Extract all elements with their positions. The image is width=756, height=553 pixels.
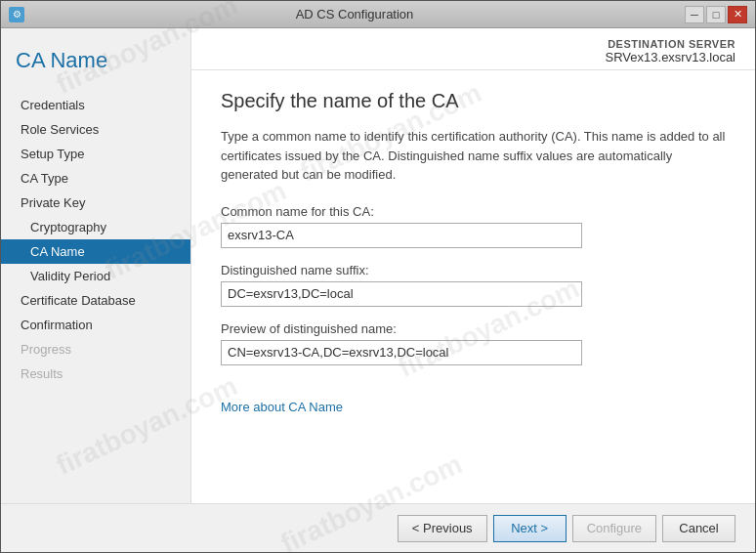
description-text: Type a common name to identify this cert… [221,127,726,185]
sidebar-item-credentials[interactable]: Credentials [1,93,190,117]
sidebar-item-private-key[interactable]: Private Key [1,191,190,215]
sidebar-item-confirmation[interactable]: Confirmation [1,313,190,337]
sidebar-item-validity-period[interactable]: Validity Period [1,264,190,288]
sidebar-item-progress: Progress [1,337,190,362]
sidebar-heading: CA Name [1,28,190,88]
window-title: AD CS Configuration [24,7,685,21]
common-name-group: Common name for this CA: [221,204,726,248]
preview-label: Preview of distinguished name: [221,321,726,336]
common-name-label: Common name for this CA: [221,204,726,219]
page-title: Specify the name of the CA [221,90,726,112]
close-button[interactable]: ✕ [728,6,747,23]
cancel-button[interactable]: Cancel [662,515,735,542]
main-header: DESTINATION SERVER SRVex13.exsrv13.local [191,28,755,70]
sidebar-item-cryptography[interactable]: Cryptography [1,215,190,239]
destination-label: DESTINATION SERVER [606,38,735,50]
window-icon: ⚙ [9,7,24,22]
main-panel: DESTINATION SERVER SRVex13.exsrv13.local… [191,28,755,503]
next-button[interactable]: Next > [493,515,567,542]
common-name-input[interactable] [221,223,582,248]
sidebar-nav: Credentials Role Services Setup Type CA … [1,88,190,503]
distinguished-suffix-group: Distinguished name suffix: [221,263,726,307]
window-controls: ─ □ ✕ [685,6,747,23]
sidebar-item-ca-type[interactable]: CA Type [1,166,190,191]
icon-symbol: ⚙ [13,9,21,20]
main-body: Specify the name of the CA Type a common… [191,70,755,503]
preview-group: Preview of distinguished name: [221,321,726,365]
sidebar-item-ca-name[interactable]: CA Name [1,239,190,264]
title-bar: ⚙ AD CS Configuration ─ □ ✕ [1,1,755,28]
minimize-button[interactable]: ─ [685,6,704,23]
maximize-button[interactable]: □ [706,6,726,23]
more-about-ca-link[interactable]: More about CA Name [221,400,343,414]
configure-button[interactable]: Configure [572,515,656,542]
previous-button[interactable]: < Previous [398,515,487,542]
main-window: ⚙ AD CS Configuration ─ □ ✕ CA Name Cred… [0,0,756,553]
sidebar-item-certificate-database[interactable]: Certificate Database [1,288,190,313]
distinguished-suffix-input[interactable] [221,281,582,307]
footer: < Previous Next > Configure Cancel [1,503,755,552]
sidebar-item-results: Results [1,362,190,386]
distinguished-suffix-label: Distinguished name suffix: [221,263,726,277]
sidebar-item-setup-type[interactable]: Setup Type [1,142,190,166]
destination-value: SRVex13.exsrv13.local [606,50,735,64]
destination-server-info: DESTINATION SERVER SRVex13.exsrv13.local [606,38,735,64]
content-area: CA Name Credentials Role Services Setup … [1,28,755,503]
sidebar: CA Name Credentials Role Services Setup … [1,28,191,503]
preview-input[interactable] [221,340,582,365]
sidebar-item-role-services[interactable]: Role Services [1,117,190,142]
